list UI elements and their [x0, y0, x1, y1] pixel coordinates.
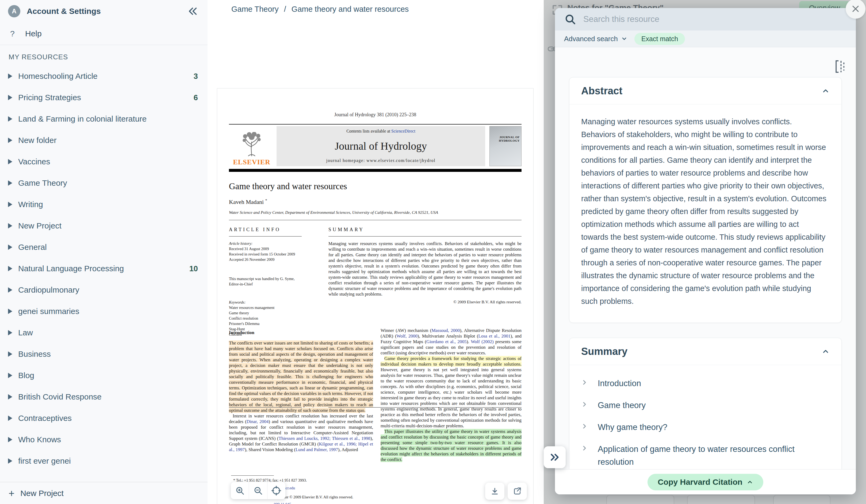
article-info-heading: ARTICLE INFO — [229, 227, 302, 232]
body-right-column: Winner (AW) mechanism (Massoud, 2000), A… — [380, 328, 522, 504]
sidebar-resource-item[interactable]: Land & Farming in colonial literature — [0, 108, 208, 130]
chevron-right-icon — [581, 401, 588, 408]
cover-title-line1: JOURNAL OF — [499, 136, 520, 139]
summary-heading: SUMMARY — [329, 227, 522, 232]
triangle-right-icon[interactable] — [8, 95, 12, 100]
collapse-panel-button[interactable] — [544, 446, 566, 468]
sidebar-resource-item[interactable]: Homeschooling Article 3 — [0, 66, 208, 87]
sidebar-resource-item[interactable]: Who Knows — [0, 429, 208, 450]
collapse-sidebar-icon[interactable] — [187, 6, 198, 16]
sidebar-resource-item[interactable]: Pricing Strategies 6 — [0, 87, 208, 108]
summary-section-item[interactable]: Introduction — [581, 373, 830, 394]
crosshair-circle-icon — [271, 485, 281, 496]
sidebar-resource-item[interactable]: British Covid Response — [0, 386, 208, 408]
sidebar-resource-item[interactable]: New folder — [0, 130, 208, 151]
plus-icon: + — [9, 488, 14, 499]
triangle-right-icon[interactable] — [8, 266, 12, 271]
account-settings-label: Account & Settings — [27, 7, 101, 16]
account-settings-button[interactable]: A Account & Settings — [0, 0, 208, 22]
summary-section-item[interactable]: Game theory — [581, 394, 830, 416]
search-input[interactable] — [583, 14, 846, 24]
notes-content: Abstract Managing water resources system… — [555, 47, 856, 470]
paper-affiliation: Water Science and Policy Center, Departm… — [229, 210, 522, 215]
body-paragraph-yellow-highlight: Game theory provides a framework for stu… — [380, 356, 522, 429]
triangle-right-icon[interactable] — [8, 352, 12, 357]
triangle-right-icon[interactable] — [8, 437, 12, 442]
resource-label: Natural Language Processing — [18, 264, 189, 273]
resource-label: New folder — [18, 136, 198, 145]
sidebar-resource-item[interactable]: Writing — [0, 194, 208, 215]
chevron-up-icon[interactable] — [822, 347, 830, 355]
zoom-out-button[interactable] — [249, 482, 267, 499]
manuscript-note: This manuscript was handled by G. Syme, … — [229, 276, 302, 287]
sidebar-resource-item[interactable]: Vaccines — [0, 151, 208, 172]
body-paragraph: Winner (AW) mechanism (Massoud, 2000), A… — [380, 328, 522, 356]
notes-panel-region: Notes for "Game Theory" Overview Advance… — [544, 0, 866, 504]
resource-label: Business — [18, 350, 198, 359]
triangle-right-icon[interactable] — [8, 180, 12, 186]
summary-section-item[interactable]: Why game theory? — [581, 416, 830, 438]
resource-label: General — [18, 243, 198, 252]
elsevier-tree-icon — [240, 132, 264, 158]
abstract-text: Managing water resources systems usually… — [581, 115, 828, 308]
advanced-search-toggle[interactable]: Advanced search — [564, 35, 628, 43]
sidebar-resource-item[interactable]: Business — [0, 343, 208, 365]
triangle-right-icon[interactable] — [8, 244, 12, 250]
avatar: A — [8, 5, 20, 18]
triangle-right-icon[interactable] — [8, 202, 12, 207]
help-button[interactable]: ? Help — [0, 24, 208, 43]
sidebar: A Account & Settings ? Help MY RESOURCES… — [0, 0, 208, 504]
resource-label: Who Knows — [18, 435, 198, 444]
new-project-label: New Project — [20, 489, 64, 498]
dimmed-action-button — [773, 495, 830, 504]
sidebar-resource-item[interactable]: General — [0, 237, 208, 258]
breadcrumb-current-page[interactable]: Game theory and water resources — [291, 5, 409, 14]
sidebar-resource-item[interactable]: Game Theory — [0, 172, 208, 194]
triangle-right-icon[interactable] — [8, 287, 12, 293]
citation-marker-icon[interactable] — [834, 60, 845, 73]
copy-harvard-citation-button[interactable]: Copy Harvard Citation — [647, 474, 763, 490]
sciencedirect-link[interactable]: ScienceDirect — [391, 129, 415, 133]
triangle-right-icon[interactable] — [8, 138, 12, 143]
chevron-up-icon[interactable] — [822, 87, 830, 95]
breadcrumb-folder-link[interactable]: Game Theory — [231, 5, 279, 14]
triangle-right-icon[interactable] — [8, 394, 12, 400]
triangle-right-icon[interactable] — [8, 415, 12, 421]
triangle-right-icon[interactable] — [8, 309, 12, 314]
triangle-right-icon[interactable] — [8, 223, 12, 229]
triangle-right-icon[interactable] — [8, 73, 12, 79]
sidebar-resource-item[interactable]: Blog — [0, 365, 208, 386]
abstract-card-header[interactable]: Abstract — [569, 78, 841, 104]
summary-card-header[interactable]: Summary — [569, 338, 841, 365]
triangle-right-icon[interactable] — [8, 330, 12, 335]
sidebar-resource-item[interactable]: genei summaries — [0, 301, 208, 322]
journal-homepage: journal homepage: www.elsevier.com/locat… — [326, 158, 435, 163]
dimmed-action-button — [687, 495, 755, 504]
sidebar-resource-item[interactable]: New Project — [0, 215, 208, 237]
triangle-right-icon[interactable] — [8, 159, 12, 164]
download-button[interactable] — [485, 483, 504, 500]
sidebar-resource-item[interactable]: Natural Language Processing 10 — [0, 258, 208, 279]
sidebar-resource-item[interactable]: Law — [0, 322, 208, 343]
pdf-thick-rule — [229, 169, 522, 172]
summary-section-item[interactable]: Application of game theory to water reso… — [581, 438, 830, 470]
search-bar — [555, 8, 856, 31]
share-button[interactable] — [508, 483, 527, 500]
close-button[interactable] — [846, 0, 865, 19]
zoom-in-button[interactable] — [231, 482, 249, 499]
resource-label: Writing — [18, 200, 198, 209]
fit-to-view-button[interactable] — [267, 482, 285, 499]
intro-paragraph-highlighted: The conflicts over water issues are not … — [229, 340, 373, 413]
new-project-button[interactable]: + New Project — [0, 482, 208, 504]
sidebar-resource-item[interactable]: Contraceptives — [0, 408, 208, 429]
journal-banner: Contents lists available at ScienceDirec… — [277, 126, 485, 166]
sidebar-resource-item[interactable]: Cardiopulmonary — [0, 279, 208, 301]
triangle-right-icon[interactable] — [8, 116, 12, 122]
triangle-right-icon[interactable] — [8, 458, 12, 463]
footnote-doi-fragment[interactable]: 009.11.045 — [274, 502, 291, 504]
sidebar-resource-item[interactable]: first ever genei — [0, 450, 208, 472]
exact-match-toggle[interactable]: Exact match — [634, 33, 685, 45]
triangle-right-icon[interactable] — [8, 373, 12, 378]
magnifier-plus-icon — [235, 486, 245, 495]
resource-count-badge: 6 — [193, 93, 198, 102]
